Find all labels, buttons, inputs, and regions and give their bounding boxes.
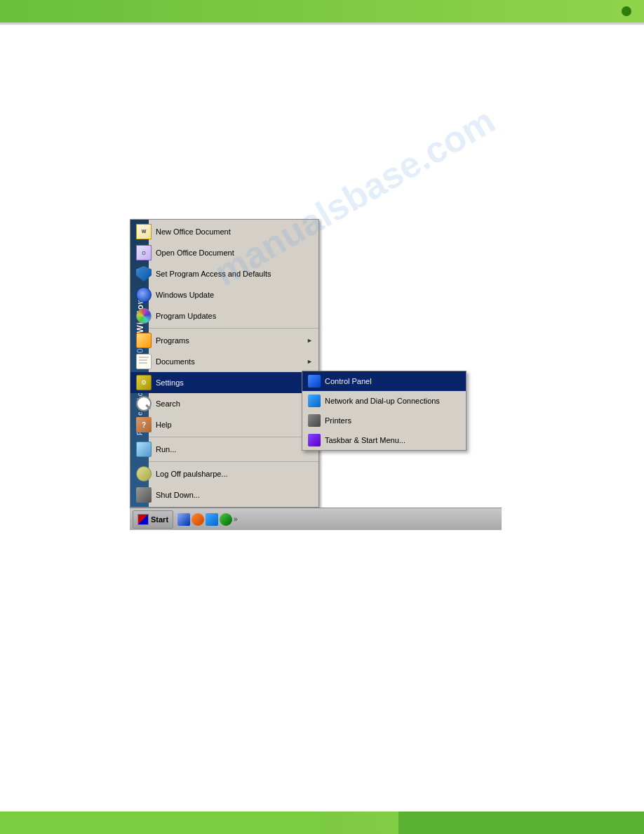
screenshot-container: Professional 2000 Windows W New Office D…	[130, 165, 502, 530]
menu-item-program-updates[interactable]: Program Updates	[130, 305, 318, 326]
taskbar-menu-icon	[308, 434, 321, 446]
bottom-bar-right	[398, 812, 644, 834]
top-bar	[0, 0, 644, 22]
menu-item-label: Programs	[156, 336, 302, 345]
menu-item-run[interactable]: Run...	[130, 439, 318, 460]
run-icon	[136, 442, 152, 457]
menu-item-settings[interactable]: ⚙ Settings ► Control Panel Network and D…	[130, 372, 318, 393]
submenu-item-taskbar[interactable]: Taskbar & Start Menu...	[302, 430, 466, 450]
menu-item-label: New Office Document	[156, 227, 313, 236]
menu-item-label: Log Off paulsharpe...	[156, 470, 313, 478]
submenu-item-label: Taskbar & Start Menu...	[325, 436, 405, 444]
menu-item-set-program[interactable]: Set Program Access and Defaults	[130, 263, 318, 284]
menu-item-programs[interactable]: Programs ►	[130, 330, 318, 351]
menu-item-search[interactable]: Search	[130, 393, 318, 414]
shield-icon	[136, 266, 152, 282]
menu-item-documents[interactable]: Documents ►	[130, 351, 318, 372]
taskbar-icon-browser[interactable]	[192, 513, 204, 526]
start-button[interactable]: Start	[133, 510, 173, 529]
menu-divider-1	[130, 437, 318, 437]
network-icon	[308, 395, 321, 407]
submenu-item-printers[interactable]: Printers	[302, 411, 466, 430]
programs-icon	[136, 333, 152, 348]
menu-item-label: Settings	[156, 378, 302, 387]
bottom-bar-left	[0, 812, 323, 834]
search-icon	[136, 396, 152, 411]
menu-item-label: Documents	[156, 357, 302, 366]
logoff-icon	[136, 466, 152, 482]
taskbar-icon-ie[interactable]	[177, 513, 190, 526]
taskbar: Start »	[130, 508, 502, 530]
menu-item-label: Search	[156, 399, 313, 408]
cd-icon	[136, 308, 152, 324]
menu-item-label: Set Program Access and Defaults	[156, 270, 313, 278]
submenu-item-network[interactable]: Network and Dial-up Connections	[302, 391, 466, 411]
menu-item-label: Shut Down...	[156, 491, 313, 499]
help-icon: ?	[136, 417, 152, 432]
settings-icon: ⚙	[136, 375, 152, 390]
printers-icon	[308, 414, 321, 427]
menu-item-label: Open Office Document	[156, 249, 313, 257]
windows-flag-icon	[137, 514, 149, 525]
start-menu: Professional 2000 Windows W New Office D…	[130, 219, 319, 508]
start-label: Start	[151, 515, 168, 524]
office-open-icon: O	[136, 245, 152, 260]
menu-item-help[interactable]: ? Help	[130, 414, 318, 435]
top-bar-circle	[622, 6, 631, 16]
taskbar-more-button[interactable]: »	[234, 515, 238, 523]
settings-submenu: Control Panel Network and Dial-up Connec…	[302, 371, 467, 451]
menu-item-windows-update[interactable]: Windows Update	[130, 284, 318, 305]
office-new-icon: W	[136, 224, 152, 239]
docs-icon	[136, 354, 152, 369]
taskbar-icon-folder[interactable]	[206, 513, 218, 526]
taskbar-icons	[177, 513, 232, 526]
menu-item-shutdown[interactable]: Shut Down...	[130, 484, 318, 505]
menu-item-label: Windows Update	[156, 291, 313, 299]
submenu-item-label: Printers	[325, 416, 351, 425]
submenu-item-label: Control Panel	[325, 377, 372, 385]
menu-section-top: W New Office Document O Open Office Docu…	[130, 220, 318, 329]
programs-arrow: ►	[307, 337, 313, 344]
content-area: Professional 2000 Windows W New Office D…	[0, 25, 644, 809]
menu-item-new-office[interactable]: W New Office Document	[130, 221, 318, 242]
menu-item-open-office[interactable]: O Open Office Document	[130, 242, 318, 263]
documents-arrow: ►	[307, 358, 313, 365]
submenu-item-control-panel[interactable]: Control Panel	[302, 371, 466, 391]
menu-section-bottom: Programs ► Documents ► ⚙ Settings ►	[130, 329, 318, 507]
globe-icon	[136, 287, 152, 303]
bottom-bar	[0, 812, 644, 834]
menu-item-label: Run...	[156, 445, 313, 454]
shutdown-icon	[136, 487, 152, 503]
control-panel-icon	[308, 375, 321, 388]
menu-item-label: Program Updates	[156, 312, 313, 320]
menu-item-label: Help	[156, 421, 313, 429]
menu-item-logoff[interactable]: Log Off paulsharpe...	[130, 463, 318, 484]
submenu-item-label: Network and Dial-up Connections	[325, 397, 440, 405]
taskbar-icon-green[interactable]	[220, 513, 232, 526]
menu-divider-2	[130, 461, 318, 462]
